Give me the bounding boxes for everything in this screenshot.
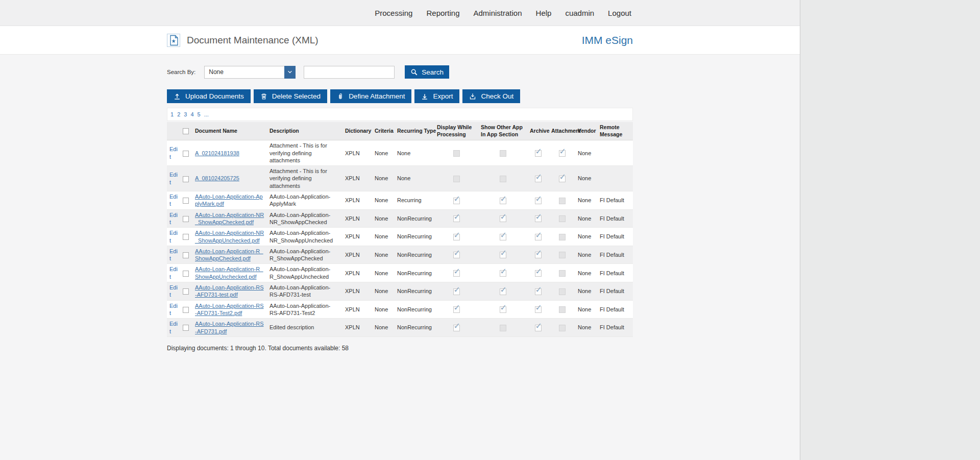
pagination: 12345...	[167, 108, 633, 121]
check-mark: ✓	[535, 212, 542, 223]
document-name-link[interactable]: AAuto-Loan-Application-RS-AFD731-test.pd…	[195, 284, 264, 298]
check-mark: ✓	[454, 285, 460, 296]
search-button[interactable]: Search	[405, 65, 449, 79]
attachment-check	[559, 198, 566, 204]
document-name-link[interactable]: A_081024205725	[195, 175, 239, 181]
archive-check: ✓	[535, 150, 542, 157]
table-row: Edit A_021024181938 Attachment - This is…	[167, 140, 633, 166]
nav-item-logout[interactable]: Logout	[608, 9, 631, 17]
page-link-4[interactable]: 4	[190, 111, 193, 117]
table-row: Edit AAuto-Loan-Application-NR_ShowAppCh…	[167, 209, 633, 228]
row-checkbox[interactable]	[183, 325, 189, 331]
edit-link[interactable]: Edit	[169, 303, 178, 316]
check-out-button[interactable]: Check Out	[462, 89, 520, 103]
select-all-checkbox[interactable]	[183, 128, 189, 134]
search-bar: Search By: None Search	[167, 65, 633, 79]
edit-link[interactable]: Edit	[169, 172, 178, 185]
display-while-processing-check: ✓	[453, 198, 460, 204]
nav-item-cuadmin[interactable]: cuadmin	[565, 9, 594, 17]
row-checkbox[interactable]	[183, 151, 189, 157]
dictionary-cell: XPLN	[342, 282, 372, 301]
vendor-cell: None	[575, 191, 597, 210]
edit-link[interactable]: Edit	[169, 321, 178, 334]
export-button[interactable]: Export	[414, 89, 459, 103]
column-header-archive: Archive	[527, 122, 549, 140]
column-header-criteria: Criteria	[372, 122, 395, 140]
description-cell: AAuto-Loan-Application-RS-AFD731-test	[267, 282, 342, 301]
edit-link[interactable]: Edit	[169, 248, 178, 261]
column-header-description: Description	[267, 122, 342, 140]
define-attachment-button[interactable]: Define Attachment	[330, 89, 411, 103]
remote-message-cell: FI Default	[597, 300, 633, 319]
edit-link[interactable]: Edit	[169, 284, 178, 298]
document-name-link[interactable]: AAuto-Loan-Application-RS-AFD731-Test2.p…	[195, 303, 264, 316]
edit-link[interactable]: Edit	[169, 230, 178, 243]
edit-link[interactable]: Edit	[169, 193, 178, 207]
page-link-5[interactable]: 5	[198, 111, 201, 117]
page-link-2[interactable]: 2	[177, 111, 180, 117]
display-while-processing-check: ✓	[453, 325, 460, 331]
attachment-check	[559, 234, 566, 240]
archive-check: ✓	[535, 198, 542, 204]
nav-item-help[interactable]: Help	[536, 9, 552, 17]
row-checkbox[interactable]	[183, 252, 189, 258]
page-link-3[interactable]: 3	[184, 111, 187, 117]
criteria-cell: None	[372, 319, 395, 337]
description-cell: Edited description	[267, 319, 342, 337]
document-name-link[interactable]: AAuto-Loan-Application-R_ShowAppChecked.…	[195, 248, 263, 261]
row-checkbox[interactable]	[183, 216, 189, 222]
row-checkbox[interactable]	[183, 176, 189, 182]
document-name-link[interactable]: AAuto-Loan-Application-NR_ShowAppUncheck…	[195, 230, 264, 243]
display-while-processing-check	[453, 176, 460, 182]
delete-selected-button[interactable]: Delete Selected	[254, 89, 327, 103]
row-checkbox[interactable]	[183, 307, 189, 313]
document-name-link[interactable]: AAuto-Loan-Application-RS-AFD731.pdf	[195, 321, 264, 334]
attachment-check	[559, 215, 566, 222]
archive-check: ✓	[535, 325, 542, 331]
document-name-link[interactable]: AAuto-Loan-Application-R_ShowAppUnchecke…	[195, 266, 263, 279]
display-while-processing-check: ✓	[453, 252, 460, 258]
attachment-check: ✓	[559, 176, 566, 182]
documents-table: Document NameDescriptionDictionaryCriter…	[167, 122, 633, 337]
table-row: Edit A_081024205725 Attachment - This is…	[167, 166, 633, 191]
edit-link[interactable]: Edit	[169, 146, 178, 159]
nav-item-administration[interactable]: Administration	[474, 9, 522, 17]
description-cell: Attachment - This is for verifying defin…	[267, 140, 342, 166]
upload-documents-button[interactable]: Upload Documents	[167, 89, 251, 103]
check-mark: ✓	[535, 303, 542, 313]
remote-message-cell	[597, 140, 633, 166]
page-link-1[interactable]: 1	[170, 111, 174, 117]
edit-link[interactable]: Edit	[169, 266, 178, 279]
chevron-down-icon[interactable]	[284, 66, 296, 79]
check-mark: ✓	[454, 303, 460, 313]
search-by-dropdown[interactable]: None	[204, 66, 296, 79]
display-while-processing-check: ✓	[453, 306, 460, 313]
search-by-selected-value: None	[204, 66, 284, 79]
document-name-link[interactable]: AAuto-Loan-Application-NR_ShowAppChecked…	[195, 212, 264, 225]
row-checkbox[interactable]	[183, 198, 189, 204]
search-input[interactable]	[304, 66, 395, 79]
row-checkbox[interactable]	[183, 234, 189, 240]
row-checkbox[interactable]	[183, 288, 189, 295]
document-name-link[interactable]: AAuto-Loan-Application-ApplyMark.pdf	[195, 193, 263, 207]
check-mark: ✓	[535, 321, 542, 332]
check-mark: ✓	[500, 230, 507, 241]
vendor-cell: None	[575, 209, 597, 228]
edit-link[interactable]: Edit	[169, 212, 178, 225]
vendor-cell: None	[575, 264, 597, 282]
dictionary-cell: XPLN	[342, 246, 372, 264]
display-while-processing-check: ✓	[453, 234, 460, 240]
nav-item-reporting[interactable]: Reporting	[426, 9, 459, 17]
nav-item-processing[interactable]: Processing	[375, 9, 412, 17]
page-link-more[interactable]: ...	[204, 111, 209, 117]
check-mark: ✓	[500, 194, 507, 205]
recurring-type-cell: NonRecurring	[395, 282, 434, 301]
attachment-check	[559, 325, 566, 331]
table-row: Edit AAuto-Loan-Application-RS-AFD731-te…	[167, 282, 633, 301]
dictionary-cell: XPLN	[342, 191, 372, 210]
criteria-cell: None	[372, 140, 395, 166]
check-mark: ✓	[454, 230, 460, 241]
row-checkbox[interactable]	[183, 271, 189, 277]
document-name-link[interactable]: A_021024181938	[195, 150, 239, 156]
app-window: ProcessingReportingAdministrationHelpcua…	[0, 0, 800, 460]
